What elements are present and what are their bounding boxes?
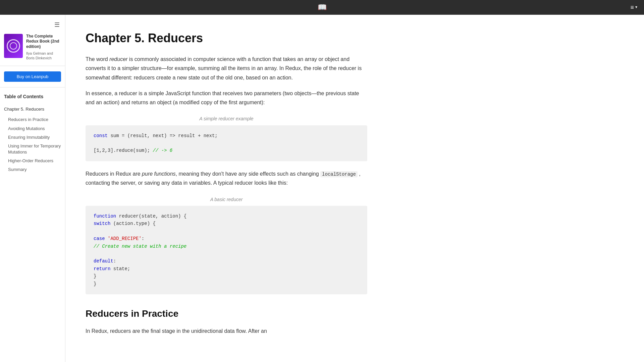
code-content-2: function reducer(state, action) { switch… <box>86 206 367 294</box>
list-icon[interactable]: ☰ <box>54 20 60 30</box>
code-line-blank <box>94 139 359 147</box>
book-authors: Ilya Gelman and Boris Dinkevich <box>26 51 61 61</box>
code-line-blank2 <box>94 228 359 235</box>
book-info: The Complete Redux Book (2nd edition) Il… <box>0 34 65 66</box>
intro-paragraph-2: In essence, a reducer is a simple JavaSc… <box>86 89 367 107</box>
sidebar-item-ensuring-immutability[interactable]: Ensuring Immutability <box>0 133 65 142</box>
pure-functions-italic: pure functions <box>142 171 176 177</box>
sidebar-divider <box>0 87 65 87</box>
main-layout: ☰ The Complete Redux Book (2nd edition) … <box>0 15 644 362</box>
sidebar-item-higher-order-reducers[interactable]: Higher-Order Reducers <box>0 157 65 165</box>
code-caption-2: A basic reducer <box>86 196 367 203</box>
sidebar-chapter-title: Chapter 5. Reducers <box>0 105 65 114</box>
sidebar-toggle[interactable]: ☰ <box>0 20 65 34</box>
code-comment-1: // -> 6 <box>153 148 172 153</box>
buy-button[interactable]: Buy on Leanpub <box>4 71 61 82</box>
chevron-down-icon: ▾ <box>635 4 637 10</box>
const-keyword: const <box>94 133 108 138</box>
code-line-close-fn: } <box>94 280 359 288</box>
book-meta: The Complete Redux Book (2nd edition) Il… <box>26 34 61 60</box>
code-line-comment: // Create new state with a recipe <box>94 243 359 250</box>
pure-functions-paragraph: Reducers in Redux are pure functions, me… <box>86 169 367 188</box>
main-content: Chapter 5. Reducers The word reducer is … <box>65 15 387 362</box>
code-line-default: default: <box>94 257 359 265</box>
reducer-italic: reducer <box>109 56 127 62</box>
book-cover <box>4 34 23 58</box>
redux-logo <box>10 42 17 50</box>
sidebar-item-reducers-in-practice[interactable]: Reducers in Practice <box>0 115 65 124</box>
code-line-return: return state; <box>94 265 359 273</box>
local-storage-inline-code: localStorage <box>320 171 358 177</box>
sidebar-item-summary[interactable]: Summary <box>0 165 65 174</box>
code-content-1: const sum = (result, next) => result + n… <box>86 125 367 161</box>
code-line-switch: switch (action.type) { <box>94 220 359 227</box>
hamburger-icon: ≡ <box>630 3 634 12</box>
code-line-case: case 'ADD_RECIPE': <box>94 235 359 242</box>
sidebar-item-avoiding-mutations[interactable]: Avoiding Mutations <box>0 124 65 133</box>
section-paragraph: In Redux, reducers are the final stage i… <box>86 326 367 336</box>
top-navbar: 📖 ≡ ▾ <box>0 0 644 15</box>
book-title: The Complete Redux Book (2nd edition) <box>26 34 61 50</box>
book-cover-logo <box>7 39 20 53</box>
code-caption-1: A simple reducer example <box>86 115 367 122</box>
code-block-simple-reducer: A simple reducer example const sum = (re… <box>86 115 367 161</box>
code-line-blank3 <box>94 250 359 257</box>
sidebar: ☰ The Complete Redux Book (2nd edition) … <box>0 15 65 362</box>
code-line-close-switch: } <box>94 273 359 280</box>
code-line-fn: function reducer(state, action) { <box>94 213 359 220</box>
code-block-basic-reducer: A basic reducer function reducer(state, … <box>86 196 367 294</box>
intro-paragraph-1: The word reducer is commonly associated … <box>86 55 367 82</box>
toc-title: Table of Contents <box>0 93 65 104</box>
code-line-2: [1,2,3].reduce(sum); // -> 6 <box>94 147 359 154</box>
sidebar-item-using-immer[interactable]: Using Immer for Temporary Mutations <box>0 142 65 157</box>
chapter-title: Chapter 5. Reducers <box>86 31 367 45</box>
code-line-1: const sum = (result, next) => result + n… <box>94 132 359 139</box>
book-icon: 📖 <box>318 1 327 13</box>
navbar-menu-button[interactable]: ≡ ▾ <box>630 3 637 12</box>
section-title-reducers-in-practice: Reducers in Practice <box>86 308 367 320</box>
